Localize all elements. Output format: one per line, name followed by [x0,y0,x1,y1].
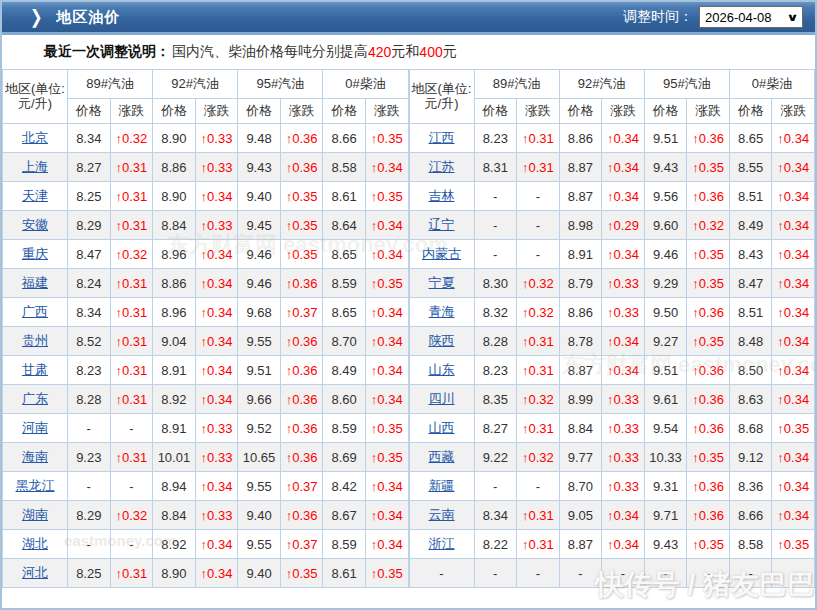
table-row: 江西8.23↑0.318.86↑0.349.51↑0.368.65↑0.34 [409,124,815,153]
change-cell: ↑0.34 [772,443,815,472]
change-cell: ↑0.31 [110,182,153,211]
region-link[interactable]: 西藏 [429,449,455,464]
price-cell: 8.28 [68,385,111,414]
price-cell: 8.69 [323,443,366,472]
change-cell: ↑0.36 [687,298,730,327]
change-cell: ↑0.34 [772,124,815,153]
region-cell: 广西 [3,298,68,327]
region-cell: 甘肃 [3,356,68,385]
price-cell: 8.61 [323,559,366,588]
region-link[interactable]: 安徽 [22,217,48,232]
region-link[interactable]: 陕西 [429,333,455,348]
change-cell: ↑0.33 [602,269,645,298]
price-cell: 8.61 [323,182,366,211]
region-link[interactable]: 海南 [22,449,48,464]
price-cell: 8.27 [474,414,517,443]
region-link[interactable]: 福建 [22,275,48,290]
region-link[interactable]: 吉林 [429,188,455,203]
change-cell: ↑0.34 [365,501,408,530]
region-link[interactable]: 黑龙江 [16,478,55,493]
region-cell: 海南 [3,443,68,472]
price-cell: 9.40 [238,182,281,211]
fuel-type-header: 0#柴油 [323,70,408,99]
change-cell: ↑0.33 [602,298,645,327]
price-cell: 9.23 [68,443,111,472]
price-subheader: 价格 [68,99,111,124]
region-link[interactable]: 山东 [429,362,455,377]
region-link[interactable]: 贵州 [22,333,48,348]
change-cell: ↑0.34 [602,153,645,182]
adjust-time-select[interactable]: 2026-04-08 ∨ [699,6,803,28]
region-link[interactable]: 云南 [429,507,455,522]
region-link[interactable]: 江苏 [429,159,455,174]
region-link[interactable]: 宁夏 [429,275,455,290]
price-cell: 8.91 [153,414,196,443]
fuel-type-header: 89#汽油 [68,70,153,99]
region-cell: 四川 [409,385,474,414]
price-cell: 8.36 [729,472,772,501]
region-link[interactable]: 辽宁 [429,217,455,232]
change-cell: ↑0.31 [110,269,153,298]
fuel-type-header: 92#汽油 [153,70,238,99]
region-link[interactable]: 天津 [22,188,48,203]
change-cell: ↑0.34 [365,211,408,240]
change-cell: ↑0.34 [195,472,238,501]
empty-value-cell: - [68,414,111,443]
region-link[interactable]: 上海 [22,159,48,174]
price-cell: 8.47 [68,240,111,269]
table-row: 江苏8.31↑0.318.87↑0.349.43↑0.358.55↑0.34 [409,153,815,182]
change-cell: ↑0.34 [772,211,815,240]
table-row: --------- [409,559,815,588]
region-link[interactable]: 广东 [22,391,48,406]
region-link[interactable]: 四川 [429,391,455,406]
region-link[interactable]: 北京 [22,130,48,145]
price-cell: 9.04 [153,327,196,356]
region-cell: 江苏 [409,153,474,182]
empty-value-cell: - [772,559,815,588]
chevron-down-icon: ∨ [786,11,799,24]
change-cell: ↑0.36 [687,501,730,530]
region-link[interactable]: 河南 [22,420,48,435]
table-row: 吉林--8.87↑0.349.56↑0.368.51↑0.34 [409,182,815,211]
price-cell: 8.65 [323,298,366,327]
region-cell: 内蒙古 [409,240,474,269]
price-subheader: 价格 [729,99,772,124]
region-link[interactable]: 湖北 [22,536,48,551]
price-cell: 10.01 [153,443,196,472]
price-cell: 9.40 [238,501,281,530]
change-cell: ↑0.35 [687,443,730,472]
change-cell: ↑0.36 [687,414,730,443]
region-link[interactable]: 湖南 [22,507,48,522]
change-cell: ↑0.35 [365,559,408,588]
price-cell: 8.65 [729,124,772,153]
region-link[interactable]: 内蒙古 [422,246,461,261]
price-cell: 9.52 [238,414,281,443]
notice-label: 最近一次调整说明： [44,43,170,61]
region-link[interactable]: 浙江 [429,536,455,551]
region-link[interactable]: 重庆 [22,246,48,261]
table-row: 重庆8.47↑0.328.96↑0.349.46↑0.358.65↑0.34 [3,240,409,269]
change-cell: ↑0.34 [772,240,815,269]
price-subheader: 价格 [559,99,602,124]
region-link[interactable]: 青海 [429,304,455,319]
price-table-right: 地区(单位:元/升)89#汽油92#汽油95#汽油0#柴油价格涨跌价格涨跌价格涨… [409,69,816,588]
region-cell: 江西 [409,124,474,153]
region-link[interactable]: 甘肃 [22,362,48,377]
adjustment-notice: 最近一次调整说明： 国内汽、柴油价格每吨分别提高420元和400元 [2,35,815,69]
change-cell: ↑0.34 [772,501,815,530]
region-cell: 吉林 [409,182,474,211]
price-cell: 9.51 [644,124,687,153]
region-link[interactable]: 河北 [22,565,48,580]
price-cell: 8.84 [559,414,602,443]
region-link[interactable]: 江西 [429,130,455,145]
region-link[interactable]: 新疆 [429,478,455,493]
change-subheader: 涨跌 [110,99,153,124]
table-row: 浙江8.22↑0.318.87↑0.349.43↑0.358.58↑0.35 [409,530,815,559]
change-cell: ↑0.35 [687,530,730,559]
page-title: 地区油价 [57,8,121,27]
region-link[interactable]: 山西 [429,420,455,435]
region-cell: - [409,559,474,588]
region-link[interactable]: 广西 [22,304,48,319]
price-cell: 8.70 [323,327,366,356]
change-cell: ↑0.35 [365,124,408,153]
